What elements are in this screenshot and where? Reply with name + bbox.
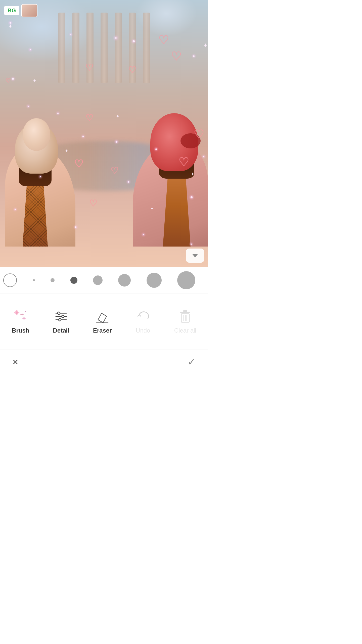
svg-point-10 <box>22 312 23 313</box>
collapse-button[interactable] <box>186 249 204 263</box>
detail-label: Detail <box>53 327 69 334</box>
svg-point-16 <box>23 316 24 317</box>
brush-sparkle-icon <box>13 309 28 324</box>
svg-point-1 <box>16 310 17 311</box>
svg-point-13 <box>23 314 24 315</box>
brush-size-m[interactable] <box>70 277 77 284</box>
brush-size-xxxl[interactable] <box>177 271 195 289</box>
svg-point-18 <box>22 318 23 319</box>
brush-size-xl[interactable] <box>118 274 131 287</box>
svg-point-14 <box>25 311 26 312</box>
chevron-down-icon <box>192 254 198 257</box>
brush-size-xxl[interactable] <box>147 273 162 288</box>
svg-point-17 <box>23 319 24 320</box>
brush-size-bar <box>0 267 208 294</box>
cancel-button[interactable]: × <box>13 357 18 367</box>
brush-outline-selector[interactable] <box>0 267 20 294</box>
image-canvas[interactable]: ♡ ♡ ♡ ♡ ♡ ♡ ♡ ♡ ♡ ♡ ♡ ♡ ✦ ✦ ✦ ✦ ✦ ✦ ✦ BG <box>0 0 208 267</box>
svg-point-23 <box>62 315 64 318</box>
clear-all-label: Clear all <box>174 327 196 334</box>
bg-text: BG <box>4 6 19 15</box>
eraser-tool[interactable]: Eraser <box>88 306 117 337</box>
trash-icon <box>178 309 193 324</box>
svg-point-4 <box>18 312 19 313</box>
bg-label-group: BG <box>4 4 37 17</box>
svg-point-9 <box>21 314 23 315</box>
confirm-button[interactable]: ✓ <box>188 357 196 367</box>
svg-point-7 <box>15 313 16 314</box>
svg-point-21 <box>58 312 60 314</box>
svg-point-19 <box>25 318 26 319</box>
svg-point-25 <box>59 318 61 321</box>
undo-icon <box>135 309 151 324</box>
svg-point-5 <box>15 311 16 312</box>
svg-point-6 <box>17 313 18 314</box>
ice-cream-right <box>123 45 208 247</box>
svg-point-12 <box>20 314 21 315</box>
sliders-icon <box>54 309 69 324</box>
tool-bar: Brush Detail Eraser <box>0 294 208 349</box>
bottom-action-bar: × ✓ <box>0 349 208 374</box>
brush-size-outline-circle <box>3 273 17 287</box>
svg-point-11 <box>22 315 23 316</box>
undo-label: Undo <box>136 327 150 334</box>
brush-tool[interactable]: Brush <box>7 306 34 337</box>
brush-label: Brush <box>12 327 29 334</box>
detail-tool[interactable]: Detail <box>48 306 74 337</box>
brush-size-options <box>20 271 208 289</box>
brush-size-s[interactable] <box>51 278 55 282</box>
brush-size-xs[interactable] <box>33 279 35 281</box>
svg-point-2 <box>16 314 17 315</box>
brush-size-l[interactable] <box>93 275 103 285</box>
svg-point-8 <box>17 311 18 312</box>
bg-thumbnail[interactable] <box>21 4 37 17</box>
eraser-icon <box>95 309 110 324</box>
eraser-label: Eraser <box>93 327 112 334</box>
svg-point-15 <box>23 317 25 319</box>
svg-rect-28 <box>183 310 187 312</box>
undo-tool[interactable]: Undo <box>130 306 156 337</box>
clear-all-tool[interactable]: Clear all <box>169 306 201 337</box>
ice-cream-left <box>5 50 85 247</box>
svg-point-3 <box>14 312 16 313</box>
